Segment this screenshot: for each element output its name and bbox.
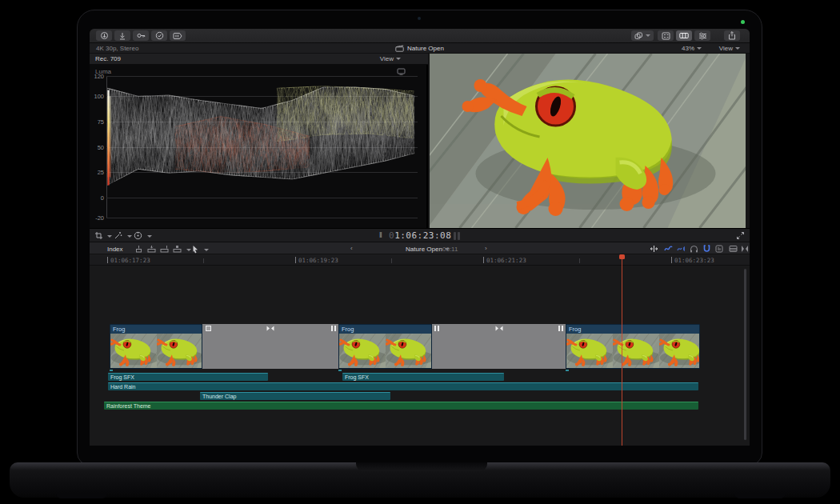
transport-bar: ‖ 01:06:23:08 (90, 228, 750, 242)
share-button[interactable] (724, 30, 740, 41)
tick-50: 50 (90, 144, 104, 151)
paste-attributes-button[interactable] (631, 30, 654, 41)
enhance-button[interactable] (114, 231, 122, 240)
tick-25: 25 (90, 169, 104, 176)
audio-clip-frog-sfx-1[interactable]: Frog SFX (108, 373, 268, 381)
duplicate-icon (634, 32, 643, 40)
transition-marker-icon (266, 326, 274, 331)
chevron-down-icon[interactable] (204, 249, 209, 251)
history-back-button[interactable]: ‹ (350, 245, 353, 252)
snapping-toggle[interactable] (702, 245, 711, 253)
append-edit-button[interactable] (160, 245, 169, 253)
crop-tool-button[interactable] (94, 231, 103, 240)
audio-clip-frog-sfx-2[interactable]: Frog SFX (342, 373, 504, 381)
pause-indicator[interactable]: ‖ (379, 231, 382, 239)
audio-clip-thunder-clap[interactable]: Thunder Clap (200, 392, 390, 400)
effects-browser-button[interactable] (170, 30, 186, 41)
chevron-down-icon[interactable] (147, 235, 152, 238)
filmstrip-icon (679, 32, 689, 39)
connect-clip-icon (134, 245, 143, 253)
append-clip-icon (160, 245, 169, 253)
gap-clip-1[interactable] (202, 324, 338, 369)
clip-thumbnail (339, 334, 386, 369)
scope-view-menu[interactable]: View (380, 55, 401, 62)
browser-view-button[interactable] (658, 30, 674, 41)
audio-clip-hard-rain[interactable]: Hard Rain (108, 382, 698, 390)
timeline-ruler[interactable]: 01:06:17:23 01:06:19:23 01:06:21:23 01:0… (90, 254, 750, 266)
trim-icon (650, 245, 658, 253)
main-toolbar (90, 29, 750, 43)
clip-appearance-button[interactable] (729, 245, 738, 253)
tick-0: 0 (90, 194, 104, 202)
effects-icon (173, 32, 182, 40)
import-media-button[interactable] (96, 30, 112, 41)
ruler-label-2: 01:06:19:23 (298, 257, 338, 264)
gap-clip-2[interactable] (432, 324, 566, 369)
inspector-button[interactable] (694, 30, 710, 41)
display-settings-icon[interactable] (397, 68, 406, 75)
clip-thumbnail (566, 334, 613, 369)
solo-toggle[interactable] (690, 245, 698, 253)
playhead-line[interactable] (622, 254, 622, 446)
skimming-toggle[interactable] (664, 245, 673, 253)
insert-edit-button[interactable] (147, 245, 156, 253)
trim-button[interactable] (650, 245, 658, 253)
keywords-button[interactable] (133, 30, 149, 41)
chevron-down-icon[interactable] (186, 249, 191, 251)
frog-video-frame (430, 54, 746, 228)
tools-menu-button[interactable] (192, 245, 199, 254)
audio-meter-right (458, 232, 460, 240)
luma-waveform (107, 76, 416, 218)
fullscreen-button[interactable] (736, 231, 745, 240)
fcp-window: 4K 30p, Stereo Nature Open 43% View Rec.… (90, 29, 750, 446)
audio-meters-button[interactable] (715, 245, 723, 253)
viewer-view-menu[interactable]: View (719, 45, 740, 52)
chevron-down-icon (646, 34, 650, 37)
chevron-down-icon (735, 47, 740, 50)
magic-wand-icon (114, 231, 122, 240)
chevron-down-icon[interactable] (127, 235, 132, 238)
audio-meter-left (454, 232, 456, 240)
skimming-icon (664, 245, 673, 253)
viewer-canvas (430, 54, 746, 228)
check-circle-icon (155, 31, 164, 40)
grid-icon (662, 32, 670, 40)
index-button[interactable]: Index (107, 246, 123, 253)
video-clip-frog-1[interactable]: Frog (110, 324, 202, 369)
laptop-foot-left (56, 493, 107, 498)
viewer-zoom-menu[interactable]: 43% (682, 45, 702, 52)
audio-clip-rainforest-theme[interactable]: Rainforest Theme (104, 402, 698, 410)
timeline-breadcrumb[interactable]: Nature Open (378, 246, 478, 253)
overwrite-clip-icon (173, 245, 182, 253)
meters-icon (715, 245, 723, 253)
insert-clip-icon (147, 245, 156, 253)
sliders-icon (698, 32, 707, 40)
overwrite-edit-button[interactable] (173, 245, 182, 253)
audio-skimming-toggle[interactable] (677, 245, 686, 253)
history-forward-button[interactable]: › (485, 245, 487, 252)
clip-title: Frog (566, 325, 699, 334)
video-clip-frog-3[interactable]: Frog (566, 324, 700, 369)
color-wheel-icon (134, 231, 142, 240)
luma-scope-panel: Luma 120 100 75 50 25 0 -20 (90, 65, 428, 228)
ruler-label-4: 01:06:23:23 (674, 257, 714, 264)
ruler-label-1: 01:06:17:23 (110, 257, 150, 264)
transition-marker-icon (495, 326, 503, 331)
zoom-fit-button[interactable] (741, 245, 749, 253)
chevron-down-icon[interactable] (107, 235, 112, 238)
chevron-down-icon (396, 58, 401, 60)
background-tasks-button[interactable] (151, 30, 167, 41)
filmstrip-view-button[interactable] (676, 30, 692, 41)
webcam-icon (418, 17, 421, 20)
color-correction-button[interactable] (134, 231, 142, 240)
clip-marker-icon (206, 326, 211, 331)
info-bar: 4K 30p, Stereo Nature Open 43% View (90, 43, 750, 54)
timeline-toolbar: Index ‹ Nature Open 06:11 › (90, 242, 750, 254)
connect-edit-button[interactable] (134, 245, 143, 253)
timeline-tracks: Frog Frog (90, 266, 750, 446)
download-button[interactable] (114, 30, 130, 41)
timecode-display[interactable]: 01:06:23:08 (389, 230, 451, 241)
clip-title: Frog (110, 325, 202, 334)
timeline-scrollbar[interactable] (744, 269, 746, 440)
video-clip-frog-2[interactable]: Frog (338, 324, 432, 369)
